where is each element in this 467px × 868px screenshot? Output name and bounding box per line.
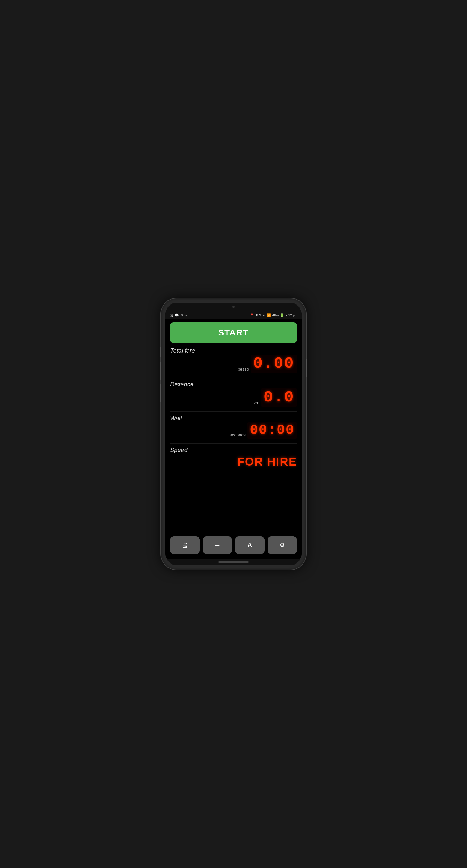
wait-value: 00:00	[247, 422, 297, 438]
volume-down-button[interactable]	[159, 384, 161, 402]
wifi-icon: 📶	[267, 313, 271, 317]
battery-percent: 48%	[272, 313, 279, 317]
wait-label: Wait	[170, 415, 297, 422]
divider-3	[170, 443, 297, 444]
signal-badge: 2	[259, 313, 261, 317]
home-bar[interactable]	[218, 561, 249, 563]
distance-row: Distance km 0.0	[170, 381, 297, 407]
camera-lens	[232, 306, 235, 308]
volume-up-button[interactable]	[159, 362, 161, 380]
status-bar: 🖼 💬 ✉ ·· 📍 ✱ 2 ▲ 📶 48% 🔋 7:12 pm	[165, 311, 302, 319]
fare-unit: pesso	[238, 367, 249, 372]
print-icon: 🖨	[182, 542, 188, 549]
phone-screen: 🖼 💬 ✉ ·· 📍 ✱ 2 ▲ 📶 48% 🔋 7:12 pm START	[165, 303, 302, 565]
bottom-toolbar: 🖨 ☰ A ⚙	[170, 533, 297, 554]
notification-icon-3: ✉	[181, 313, 183, 317]
wait-row: Wait seconds 00:00	[170, 415, 297, 438]
camera-bar	[165, 303, 302, 311]
settings-icon: ⚙	[279, 541, 285, 549]
total-fare-display: pesso 0.00	[170, 355, 297, 373]
distance-value: 0.0	[261, 389, 297, 407]
status-left-icons: 🖼 💬 ✉ ··	[170, 313, 187, 317]
battery-icon: 🔋	[280, 313, 284, 317]
notification-dots: ··	[185, 314, 187, 317]
list-icon: ☰	[214, 541, 220, 549]
phone-device: 🖼 💬 ✉ ·· 📍 ✱ 2 ▲ 📶 48% 🔋 7:12 pm START	[161, 299, 306, 569]
app-content: START Total fare pesso 0.00 Distance km	[165, 319, 302, 559]
divider-2	[170, 411, 297, 412]
bluetooth-icon: ✱	[255, 313, 258, 317]
wait-display: seconds 00:00	[170, 422, 297, 438]
list-button[interactable]: ☰	[203, 536, 232, 554]
notification-icon-2: 💬	[175, 313, 179, 317]
silent-button[interactable]	[159, 347, 161, 357]
divider-1	[170, 378, 297, 378]
distance-unit: km	[254, 401, 259, 405]
location-icon: 📍	[250, 313, 254, 317]
total-fare-label: Total fare	[170, 347, 297, 354]
for-hire-text: FOR HIRE	[237, 456, 297, 468]
distance-display: km 0.0	[170, 389, 297, 407]
print-button[interactable]: 🖨	[170, 536, 200, 554]
meter-section: Total fare pesso 0.00 Distance km 0.0	[170, 347, 297, 533]
clock: 7:12 pm	[285, 313, 297, 317]
fare-value: 0.00	[251, 355, 297, 373]
font-button[interactable]: A	[235, 536, 265, 554]
total-fare-row: Total fare pesso 0.00	[170, 347, 297, 373]
power-button[interactable]	[306, 359, 308, 377]
status-right-info: 📍 ✱ 2 ▲ 📶 48% 🔋 7:12 pm	[250, 313, 297, 317]
notification-icon-1: 🖼	[170, 313, 173, 317]
speed-label: Speed	[170, 447, 297, 454]
wait-unit: seconds	[230, 433, 245, 437]
font-icon: A	[247, 541, 252, 549]
home-indicator	[165, 559, 302, 565]
cellular-icon: ▲	[262, 313, 265, 317]
distance-label: Distance	[170, 381, 297, 388]
speed-row: Speed FOR HIRE	[170, 447, 297, 468]
speed-display: FOR HIRE	[170, 454, 297, 468]
settings-button[interactable]: ⚙	[268, 536, 297, 554]
start-button[interactable]: START	[170, 322, 297, 343]
